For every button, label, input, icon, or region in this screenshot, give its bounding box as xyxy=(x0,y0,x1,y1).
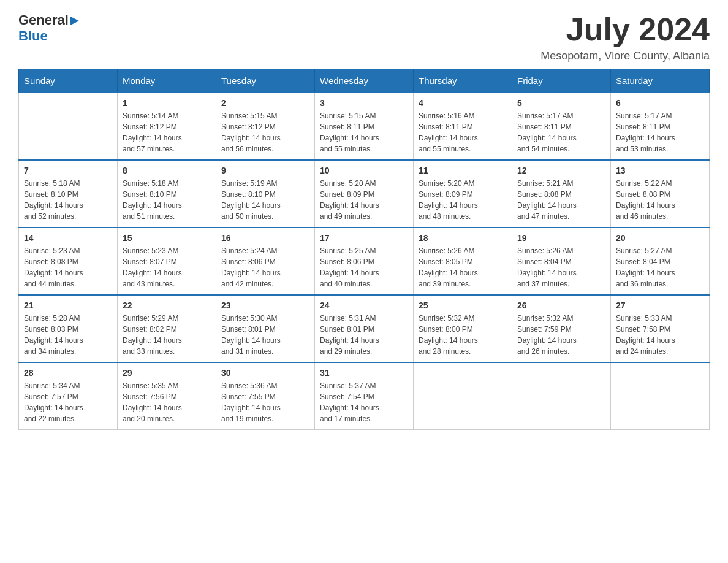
day-number: 24 xyxy=(320,301,408,310)
calendar-cell: 24Sunrise: 5:31 AM Sunset: 8:01 PM Dayli… xyxy=(315,295,414,362)
day-number: 27 xyxy=(616,301,704,310)
logo-general-text: General xyxy=(18,12,69,28)
calendar-cell: 14Sunrise: 5:23 AM Sunset: 8:08 PM Dayli… xyxy=(19,228,118,295)
calendar-cell: 5Sunrise: 5:17 AM Sunset: 8:11 PM Daylig… xyxy=(512,93,611,160)
day-info: Sunrise: 5:34 AM Sunset: 7:57 PM Dayligh… xyxy=(24,380,112,424)
calendar-cell: 25Sunrise: 5:32 AM Sunset: 8:00 PM Dayli… xyxy=(414,295,512,362)
day-header-tuesday: Tuesday xyxy=(216,69,315,93)
day-info: Sunrise: 5:30 AM Sunset: 8:01 PM Dayligh… xyxy=(221,313,309,357)
day-number: 18 xyxy=(419,233,507,243)
day-info: Sunrise: 5:21 AM Sunset: 8:08 PM Dayligh… xyxy=(517,178,605,222)
calendar-cell: 16Sunrise: 5:24 AM Sunset: 8:06 PM Dayli… xyxy=(216,228,315,295)
day-info: Sunrise: 5:15 AM Sunset: 8:12 PM Dayligh… xyxy=(221,110,309,155)
day-info: Sunrise: 5:16 AM Sunset: 8:11 PM Dayligh… xyxy=(419,110,507,155)
day-number: 25 xyxy=(419,301,507,310)
day-number: 23 xyxy=(221,301,309,310)
calendar-cell: 4Sunrise: 5:16 AM Sunset: 8:11 PM Daylig… xyxy=(414,93,512,160)
day-info: Sunrise: 5:17 AM Sunset: 8:11 PM Dayligh… xyxy=(616,110,704,155)
calendar-cell: 23Sunrise: 5:30 AM Sunset: 8:01 PM Dayli… xyxy=(216,295,315,362)
calendar-cell: 3Sunrise: 5:15 AM Sunset: 8:11 PM Daylig… xyxy=(315,93,414,160)
calendar-cell: 19Sunrise: 5:26 AM Sunset: 8:04 PM Dayli… xyxy=(512,228,611,295)
day-header-monday: Monday xyxy=(118,69,216,93)
logo-container: General Blue xyxy=(18,12,79,45)
calendar-week-row: 7Sunrise: 5:18 AM Sunset: 8:10 PM Daylig… xyxy=(19,160,710,228)
day-number: 7 xyxy=(24,166,112,175)
calendar-cell: 18Sunrise: 5:26 AM Sunset: 8:05 PM Dayli… xyxy=(414,228,512,295)
day-number: 3 xyxy=(320,98,408,108)
day-number: 19 xyxy=(517,233,605,243)
day-header-sunday: Sunday xyxy=(19,69,118,93)
calendar-cell: 6Sunrise: 5:17 AM Sunset: 8:11 PM Daylig… xyxy=(611,93,710,160)
title-section: July 2024 Mesopotam, Vlore County, Alban… xyxy=(540,12,710,63)
day-number: 20 xyxy=(616,233,704,243)
calendar-cell: 29Sunrise: 5:35 AM Sunset: 7:56 PM Dayli… xyxy=(118,362,216,430)
calendar-cell: 21Sunrise: 5:28 AM Sunset: 8:03 PM Dayli… xyxy=(19,295,118,362)
calendar-cell: 27Sunrise: 5:33 AM Sunset: 7:58 PM Dayli… xyxy=(611,295,710,362)
calendar-cell: 30Sunrise: 5:36 AM Sunset: 7:55 PM Dayli… xyxy=(216,362,315,430)
day-header-friday: Friday xyxy=(512,69,611,93)
calendar-cell: 1Sunrise: 5:14 AM Sunset: 8:12 PM Daylig… xyxy=(118,93,216,160)
calendar-cell xyxy=(512,362,611,430)
day-number: 21 xyxy=(24,301,112,310)
day-info: Sunrise: 5:24 AM Sunset: 8:06 PM Dayligh… xyxy=(221,245,309,289)
day-info: Sunrise: 5:23 AM Sunset: 8:08 PM Dayligh… xyxy=(24,245,112,289)
day-number: 29 xyxy=(123,368,211,378)
svg-marker-0 xyxy=(70,17,79,25)
calendar-cell: 15Sunrise: 5:23 AM Sunset: 8:07 PM Dayli… xyxy=(118,228,216,295)
day-number: 16 xyxy=(221,233,309,243)
calendar-cell: 7Sunrise: 5:18 AM Sunset: 8:10 PM Daylig… xyxy=(19,160,118,228)
day-info: Sunrise: 5:27 AM Sunset: 8:04 PM Dayligh… xyxy=(616,245,704,289)
calendar-cell: 22Sunrise: 5:29 AM Sunset: 8:02 PM Dayli… xyxy=(118,295,216,362)
day-number: 1 xyxy=(123,98,211,108)
logo-triangle-icon xyxy=(70,17,79,25)
day-info: Sunrise: 5:26 AM Sunset: 8:05 PM Dayligh… xyxy=(419,245,507,289)
day-number: 5 xyxy=(517,98,605,108)
calendar-cell: 11Sunrise: 5:20 AM Sunset: 8:09 PM Dayli… xyxy=(414,160,512,228)
day-info: Sunrise: 5:32 AM Sunset: 8:00 PM Dayligh… xyxy=(419,313,507,357)
day-number: 11 xyxy=(419,166,507,175)
calendar-week-row: 21Sunrise: 5:28 AM Sunset: 8:03 PM Dayli… xyxy=(19,295,710,362)
day-header-thursday: Thursday xyxy=(414,69,512,93)
day-number: 17 xyxy=(320,233,408,243)
day-info: Sunrise: 5:35 AM Sunset: 7:56 PM Dayligh… xyxy=(123,380,211,424)
day-info: Sunrise: 5:23 AM Sunset: 8:07 PM Dayligh… xyxy=(123,245,211,289)
calendar-week-row: 14Sunrise: 5:23 AM Sunset: 8:08 PM Dayli… xyxy=(19,228,710,295)
day-number: 4 xyxy=(419,98,507,108)
day-number: 2 xyxy=(221,98,309,108)
calendar-header-row: SundayMondayTuesdayWednesdayThursdayFrid… xyxy=(19,69,710,93)
day-info: Sunrise: 5:14 AM Sunset: 8:12 PM Dayligh… xyxy=(123,110,211,155)
day-number: 6 xyxy=(616,98,704,108)
calendar-cell: 28Sunrise: 5:34 AM Sunset: 7:57 PM Dayli… xyxy=(19,362,118,430)
logo-blue-text: Blue xyxy=(18,28,48,44)
calendar-cell: 12Sunrise: 5:21 AM Sunset: 8:08 PM Dayli… xyxy=(512,160,611,228)
day-number: 12 xyxy=(517,166,605,175)
calendar-week-row: 1Sunrise: 5:14 AM Sunset: 8:12 PM Daylig… xyxy=(19,93,710,160)
location-text: Mesopotam, Vlore County, Albania xyxy=(540,50,710,63)
day-header-saturday: Saturday xyxy=(611,69,710,93)
calendar-cell: 2Sunrise: 5:15 AM Sunset: 8:12 PM Daylig… xyxy=(216,93,315,160)
day-number: 22 xyxy=(123,301,211,310)
day-info: Sunrise: 5:18 AM Sunset: 8:10 PM Dayligh… xyxy=(123,178,211,222)
day-info: Sunrise: 5:28 AM Sunset: 8:03 PM Dayligh… xyxy=(24,313,112,357)
calendar-cell xyxy=(414,362,512,430)
calendar-cell: 17Sunrise: 5:25 AM Sunset: 8:06 PM Dayli… xyxy=(315,228,414,295)
day-info: Sunrise: 5:37 AM Sunset: 7:54 PM Dayligh… xyxy=(320,380,408,424)
page-header: General Blue July 2024 Mesopotam, Vlore … xyxy=(18,12,710,63)
day-info: Sunrise: 5:29 AM Sunset: 8:02 PM Dayligh… xyxy=(123,313,211,357)
day-info: Sunrise: 5:26 AM Sunset: 8:04 PM Dayligh… xyxy=(517,245,605,289)
day-number: 8 xyxy=(123,166,211,175)
calendar-cell: 26Sunrise: 5:32 AM Sunset: 7:59 PM Dayli… xyxy=(512,295,611,362)
calendar-cell: 8Sunrise: 5:18 AM Sunset: 8:10 PM Daylig… xyxy=(118,160,216,228)
day-info: Sunrise: 5:22 AM Sunset: 8:08 PM Dayligh… xyxy=(616,178,704,222)
day-info: Sunrise: 5:32 AM Sunset: 7:59 PM Dayligh… xyxy=(517,313,605,357)
day-number: 9 xyxy=(221,166,309,175)
day-info: Sunrise: 5:36 AM Sunset: 7:55 PM Dayligh… xyxy=(221,380,309,424)
day-info: Sunrise: 5:33 AM Sunset: 7:58 PM Dayligh… xyxy=(616,313,704,357)
calendar-cell: 9Sunrise: 5:19 AM Sunset: 8:10 PM Daylig… xyxy=(216,160,315,228)
calendar-cell: 13Sunrise: 5:22 AM Sunset: 8:08 PM Dayli… xyxy=(611,160,710,228)
day-number: 26 xyxy=(517,301,605,310)
day-info: Sunrise: 5:31 AM Sunset: 8:01 PM Dayligh… xyxy=(320,313,408,357)
day-number: 13 xyxy=(616,166,704,175)
day-info: Sunrise: 5:15 AM Sunset: 8:11 PM Dayligh… xyxy=(320,110,408,155)
day-info: Sunrise: 5:20 AM Sunset: 8:09 PM Dayligh… xyxy=(419,178,507,222)
